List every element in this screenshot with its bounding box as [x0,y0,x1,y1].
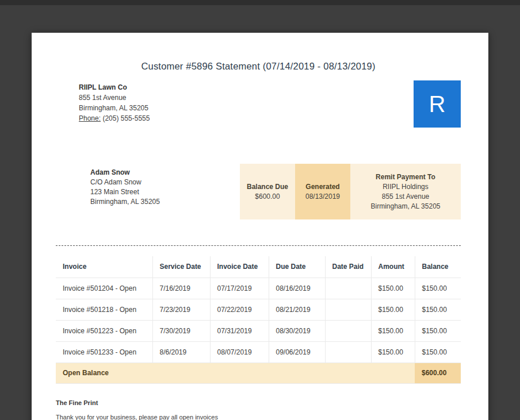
service-date-cell: 7/23/2019 [152,299,210,320]
invoice-date-cell: 07/17/2019 [210,278,269,299]
open-balance-label: Open Balance [56,363,415,383]
balance-due-cell: Balance Due $600.00 [240,164,295,219]
generated-value: 08/13/2019 [305,192,340,202]
invoice-cell: Invoice #501204 - Open [56,278,152,299]
amount-cell: $150.00 [371,341,415,363]
header-row: RIIPL Lawn Co 855 1st Avenue Birmingham,… [56,82,461,128]
header-invoice: Invoice [56,256,152,278]
header-service-date: Service Date [152,256,210,278]
date-paid-cell [325,320,371,341]
summary-bar: Balance Due $600.00 Generated 08/13/2019… [240,164,461,219]
remit-label: Remit Payment To [376,172,435,182]
customer-address-line2: Birmingham, AL 35205 [90,197,160,207]
invoice-date-cell: 08/07/2019 [210,341,269,363]
balance-cell: $150.00 [415,341,461,363]
customer-summary-row: Adam Snow C/O Adam Snow 123 Main Street … [56,164,461,219]
invoice-cell: Invoice #501233 - Open [56,341,152,363]
due-date-cell: 09/06/2019 [269,341,325,363]
service-date-cell: 8/6/2019 [152,341,210,363]
company-name: RIIPL Lawn Co [79,82,150,93]
statement-title: Customer #5896 Statement (07/14/2019 - 0… [56,60,461,72]
balance-cell: $150.00 [415,278,461,299]
amount-cell: $150.00 [371,299,415,320]
phone-label: Phone: [79,114,101,122]
invoice-row: Invoice #501233 - Open 8/6/2019 08/07/20… [56,341,461,363]
customer-address-line1: 123 Main Street [90,187,160,197]
amount-cell: $150.00 [371,320,415,341]
customer-info: Adam Snow C/O Adam Snow 123 Main Street … [90,164,160,219]
invoice-row: Invoice #501204 - Open 7/16/2019 07/17/2… [56,278,461,299]
invoice-date-cell: 07/31/2019 [210,320,269,341]
header-due-date: Due Date [269,256,325,278]
viewer-background: Customer #5896 Statement (07/14/2019 - 0… [0,0,520,420]
fine-print-body: Thank you for your business, please pay … [56,414,461,420]
open-balance-value: $600.00 [415,363,461,383]
customer-name: Adam Snow [90,168,160,178]
balance-cell: $150.00 [415,299,461,320]
customer-care-of: C/O Adam Snow [90,178,160,187]
invoice-table: Invoice Service Date Invoice Date Due Da… [56,256,461,384]
company-address-line1: 855 1st Avenue [79,93,150,103]
invoice-row: Invoice #501218 - Open 7/23/2019 07/22/2… [56,299,461,320]
fine-print-heading: The Fine Print [56,399,461,406]
amount-cell: $150.00 [371,278,415,299]
remit-name: RIIPL Holdings [383,182,429,192]
remit-payment-cell: Remit Payment To RIIPL Holdings 855 1st … [350,164,461,219]
header-date-paid: Date Paid [325,256,371,278]
open-balance-row: Open Balance $600.00 [56,363,461,383]
due-date-cell: 08/16/2019 [269,278,325,299]
table-header-row: Invoice Service Date Invoice Date Due Da… [56,256,461,278]
date-paid-cell [325,299,371,320]
company-phone: Phone: (205) 555-5555 [79,113,150,124]
generated-cell: Generated 08/13/2019 [295,164,350,219]
logo-letter: R [429,93,446,115]
company-address-line2: Birmingham, AL 35205 [79,103,150,113]
company-logo: R [414,80,461,128]
dashed-divider [56,245,461,246]
phone-value: (205) 555-5555 [102,114,150,122]
due-date-cell: 08/30/2019 [269,320,325,341]
remit-address-line1: 855 1st Avenue [382,192,430,202]
invoice-cell: Invoice #501218 - Open [56,299,152,320]
due-date-cell: 08/21/2019 [269,299,325,320]
service-date-cell: 7/30/2019 [152,320,210,341]
header-amount: Amount [371,256,415,278]
invoice-row: Invoice #501223 - Open 7/30/2019 07/31/2… [56,320,461,341]
balance-cell: $150.00 [415,320,461,341]
balance-due-value: $600.00 [255,192,280,202]
invoice-cell: Invoice #501223 - Open [56,320,152,341]
company-info: RIIPL Lawn Co 855 1st Avenue Birmingham,… [79,82,150,128]
date-paid-cell [325,341,371,363]
service-date-cell: 7/16/2019 [152,278,210,299]
date-paid-cell [325,278,371,299]
header-balance: Balance [415,256,461,278]
remit-address-line2: Birmingham, AL 35205 [371,202,441,211]
generated-label: Generated [305,182,339,192]
header-invoice-date: Invoice Date [210,256,269,278]
balance-due-label: Balance Due [247,182,288,192]
statement-page: Customer #5896 Statement (07/14/2019 - 0… [32,33,488,420]
invoice-date-cell: 07/22/2019 [210,299,269,320]
